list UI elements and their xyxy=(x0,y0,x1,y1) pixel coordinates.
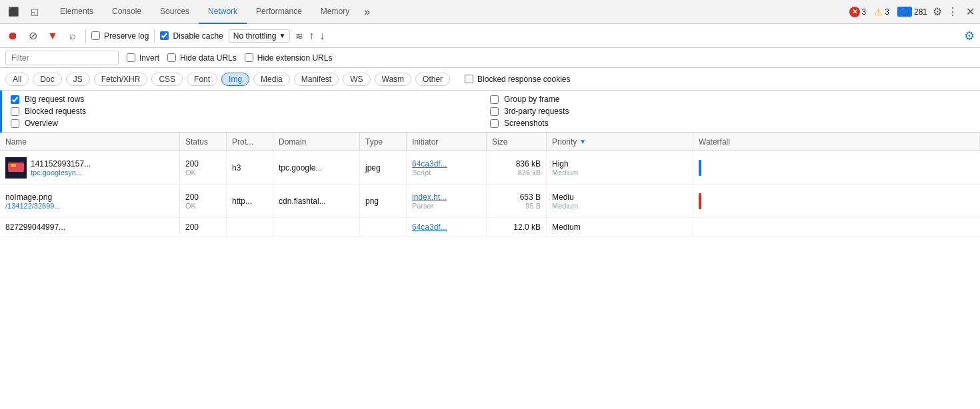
waterfall-bar-1 xyxy=(699,193,701,209)
filter-type-media[interactable]: Media xyxy=(253,73,290,86)
invert-label: Invert xyxy=(139,53,159,63)
filter-type-manifest[interactable]: Manifest xyxy=(294,73,339,86)
hide-data-urls-checkbox[interactable] xyxy=(167,53,176,62)
row-name-sub-1: /134122/32699... xyxy=(5,202,61,210)
big-request-rows-checkbox[interactable] xyxy=(11,95,19,104)
filter-input[interactable] xyxy=(5,51,119,65)
filter-type-ws[interactable]: WS xyxy=(343,73,370,86)
hide-ext-urls-checkbox[interactable] xyxy=(245,53,253,62)
disable-cache-checkbox-label[interactable]: Disable cache xyxy=(160,31,223,41)
filter-icon[interactable]: ▼ xyxy=(45,29,60,43)
filter-type-css[interactable]: CSS xyxy=(151,73,183,86)
table-row[interactable]: noImage.png /134122/32699... 200 OK http… xyxy=(0,185,980,218)
td-status-0: 200 OK xyxy=(180,151,227,184)
td-priority-sub-0: Medium xyxy=(552,169,687,177)
filter-type-wasm[interactable]: Wasm xyxy=(375,73,412,86)
td-initiator-1: index.ht... Parser xyxy=(407,185,487,217)
error-count-label: 3 xyxy=(862,7,867,17)
blocked-cookies-checkbox[interactable] xyxy=(465,75,473,83)
tab-performance[interactable]: Performance xyxy=(247,0,311,24)
th-protocol[interactable]: Prot... xyxy=(227,133,273,151)
td-type-2 xyxy=(360,218,407,236)
tab-elements[interactable]: Elements xyxy=(51,0,103,24)
invert-checkbox-label[interactable]: Invert xyxy=(127,53,159,63)
td-protocol-1: http... xyxy=(227,185,273,217)
td-protocol-2 xyxy=(227,218,273,236)
settings-icon[interactable]: ⚙ xyxy=(933,5,942,18)
network-settings-icon[interactable]: ⚙ xyxy=(964,29,975,43)
throttle-dropdown-icon: ▼ xyxy=(279,32,285,39)
filter-type-img[interactable]: Img xyxy=(221,73,249,86)
td-size-2: 12.0 kB xyxy=(487,218,547,236)
blocked-cookies-checkbox-label[interactable]: Blocked response cookies xyxy=(465,75,570,84)
upload-icon[interactable]: ↑ xyxy=(309,30,314,42)
clear-button[interactable]: ⊘ xyxy=(25,29,40,43)
blocked-requests-setting: Blocked requests xyxy=(11,107,490,116)
tab-sources[interactable]: Sources xyxy=(151,0,199,24)
invert-checkbox[interactable] xyxy=(127,53,135,62)
inspect-icon[interactable]: ◱ xyxy=(27,4,43,20)
more-options-icon[interactable]: ⋮ xyxy=(947,5,958,18)
disable-cache-checkbox[interactable] xyxy=(160,31,169,40)
warning-count[interactable]: ⚠ 3 xyxy=(874,7,889,17)
filter-type-doc[interactable]: Doc xyxy=(33,73,61,86)
filter-types-row: All Doc JS Fetch/XHR CSS Font Img Media … xyxy=(0,68,980,91)
td-type-0: jpeg xyxy=(360,151,407,184)
th-initiator[interactable]: Initiator xyxy=(407,133,487,151)
hide-data-urls-checkbox-label[interactable]: Hide data URLs xyxy=(167,53,237,63)
third-party-label: 3rd-party requests xyxy=(504,107,569,116)
table-row[interactable]: 827299044997... 200 64ca3df... 12.0 kB M… xyxy=(0,218,980,236)
td-type-value-0: jpeg xyxy=(365,163,401,173)
td-domain-0: tpc.google... xyxy=(273,151,360,184)
filter-type-other[interactable]: Other xyxy=(415,73,450,86)
filter-type-font[interactable]: Font xyxy=(187,73,217,86)
screenshots-checkbox[interactable] xyxy=(490,119,499,128)
td-status-1: 200 OK xyxy=(180,185,227,217)
td-priority-0: High Medium xyxy=(547,151,693,184)
warning-count-label: 3 xyxy=(885,7,889,17)
overview-checkbox[interactable] xyxy=(11,119,19,128)
th-domain[interactable]: Domain xyxy=(273,133,360,151)
error-count[interactable]: ✕ 3 xyxy=(849,7,867,17)
table-header: Name Status Prot... Domain Type Initiato… xyxy=(0,133,980,151)
td-domain-value-1: cdn.flashtal... xyxy=(279,197,354,206)
tab-more-button[interactable]: » xyxy=(359,6,375,18)
tab-network[interactable]: Network xyxy=(199,0,247,24)
info-count[interactable]: 🔵 281 xyxy=(897,7,927,17)
download-icon[interactable]: ↓ xyxy=(319,30,325,42)
third-party-checkbox[interactable] xyxy=(490,107,499,116)
network-toolbar: ⏺ ⊘ ▼ ⌕ Preserve log Disable cache No th… xyxy=(0,24,980,48)
filter-type-all[interactable]: All xyxy=(5,73,29,86)
tab-console[interactable]: Console xyxy=(103,0,151,24)
group-by-frame-checkbox[interactable] xyxy=(490,95,499,104)
td-name-1: noImage.png /134122/32699... xyxy=(0,185,180,217)
preserve-log-checkbox-label[interactable]: Preserve log xyxy=(91,31,149,41)
hide-ext-urls-checkbox-label[interactable]: Hide extension URLs xyxy=(245,53,333,63)
tab-bar: ⬛ ◱ Elements Console Sources Network Per… xyxy=(0,0,980,24)
th-name[interactable]: Name xyxy=(0,133,180,151)
settings-section: Big request rows Group by frame Blocked … xyxy=(0,91,980,133)
th-waterfall[interactable]: Waterfall xyxy=(693,133,980,151)
th-type[interactable]: Type xyxy=(360,133,407,151)
blocked-cookies-label: Blocked response cookies xyxy=(477,75,570,84)
th-priority[interactable]: Priority ▼ xyxy=(547,133,693,151)
th-size[interactable]: Size xyxy=(487,133,547,151)
td-name-2: 827299044997... xyxy=(0,218,180,236)
throttle-selector[interactable]: No throttling ▼ xyxy=(229,29,291,43)
preserve-log-checkbox[interactable] xyxy=(91,31,100,40)
error-icon: ✕ xyxy=(849,7,860,17)
td-initiator-sub-1: Parser xyxy=(412,202,481,210)
info-count-label: 281 xyxy=(914,7,927,17)
device-toggle-icon[interactable]: ⬛ xyxy=(5,4,21,20)
stop-recording-button[interactable]: ⏺ xyxy=(5,29,20,43)
th-status[interactable]: Status xyxy=(180,133,227,151)
table-row[interactable]: 141152993157... tpc.googlesyn... 200 OK … xyxy=(0,151,980,185)
filter-type-js[interactable]: JS xyxy=(66,73,90,86)
row-status-main-2: 200 xyxy=(185,222,221,232)
search-button[interactable]: ⌕ xyxy=(65,29,80,43)
close-devtools-icon[interactable]: ✕ xyxy=(966,5,975,18)
blocked-requests-checkbox[interactable] xyxy=(11,107,19,116)
filter-type-fetch-xhr[interactable]: Fetch/XHR xyxy=(94,73,148,86)
tab-memory[interactable]: Memory xyxy=(311,0,359,24)
row-status-main-0: 200 xyxy=(185,159,221,169)
